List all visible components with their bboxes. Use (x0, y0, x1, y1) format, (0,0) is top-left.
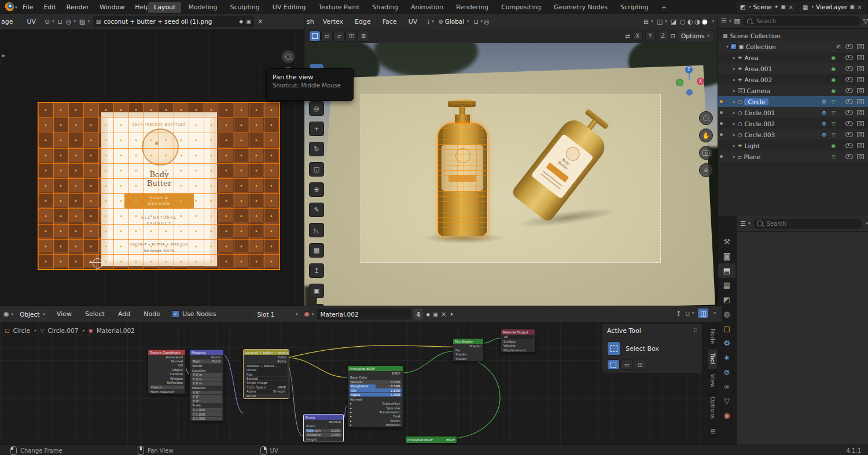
slot-dropdown[interactable]: Slot 1▾ (253, 309, 301, 320)
tool-add-cube[interactable]: ▩ (309, 243, 324, 258)
uv-mesh-overlay[interactable] (38, 102, 280, 270)
tool-cursor[interactable]: ◎ (309, 101, 324, 116)
tab-scene-properties[interactable]: ◩ (718, 292, 735, 307)
expand-icon[interactable]: ▸ (733, 67, 735, 71)
snap-toggle[interactable]: ⊔▾ (474, 19, 483, 25)
copy-material-icon[interactable]: ▣ (433, 311, 438, 317)
expand-icon[interactable]: ▸ (733, 144, 735, 148)
outliner-row-area-002[interactable]: ▸ ☀ Area.002 ◉ (718, 74, 868, 85)
expand-icon[interactable]: ▸ (733, 111, 735, 115)
workspace-tab-uv-editing[interactable]: UV Editing (267, 2, 311, 13)
select-mode-set-icon[interactable] (607, 359, 620, 370)
socket-displacement-in[interactable]: Displacement (501, 348, 535, 352)
expand-icon[interactable]: ▸ (733, 133, 735, 137)
mesh-menu-truncated[interactable]: sh (304, 18, 317, 25)
light-data-icon[interactable]: ◉ (831, 55, 836, 61)
breadcrumb-mesh[interactable]: Circle.007 (47, 327, 78, 334)
viewport-camera-view-icon[interactable] (699, 146, 713, 160)
node-title[interactable]: Bump (304, 414, 343, 420)
section-transmission[interactable]: ▸ Transmission (348, 410, 403, 414)
ior-slider[interactable]: IOR1.500 (350, 388, 402, 392)
shading-dropdown-icon[interactable]: ▾ (712, 19, 714, 24)
socket-height-in[interactable]: Height (304, 437, 343, 441)
copy-viewlayer-icon[interactable]: ▣ (849, 4, 855, 10)
outliner-row-plane[interactable]: ▸ ▱ Plane ▽ (718, 151, 868, 162)
select-mode-subtract-icon[interactable]: ◫ (634, 359, 646, 370)
editor-type-dropdown[interactable]: ◉▾ (3, 310, 13, 318)
socket-shader-out[interactable]: Shader (453, 344, 483, 348)
shading-solid-icon[interactable]: ◐ (687, 18, 693, 25)
node-overlay-dropdown-icon[interactable]: ▾ (713, 311, 716, 315)
tab-particles-properties[interactable]: ∗ (718, 350, 735, 365)
tool-scale[interactable]: ◱ (309, 162, 324, 177)
tab-viewlayer-properties[interactable]: ▦ (718, 278, 735, 292)
eye-icon[interactable] (845, 44, 853, 49)
workspace-tab-geometry-nodes[interactable]: Geometry Nodes (548, 2, 613, 13)
camera-render-icon[interactable] (857, 77, 864, 82)
mirror-x-button[interactable]: X (632, 31, 643, 41)
eye-icon[interactable] (845, 99, 853, 104)
tab-tool-properties[interactable]: ⚒ (718, 234, 735, 249)
material-name-field[interactable]: Material.002 (317, 309, 411, 320)
projection-dropdown[interactable]: Flat (245, 372, 288, 376)
viewport-lock-icon[interactable]: ⊙ (699, 163, 713, 177)
workspace-tab-layout[interactable]: Layout (148, 2, 181, 13)
socket-uv[interactable]: UV (148, 364, 185, 368)
eye-icon[interactable] (845, 143, 853, 148)
socket-bsdf-out[interactable]: BSDF (348, 371, 403, 375)
rotation-y[interactable]: Y 0° (192, 395, 222, 399)
camera-render-icon[interactable] (857, 110, 864, 115)
topbar-chevron-icon[interactable]: ▾ (15, 5, 17, 10)
tab-data-properties[interactable]: ▽ (718, 394, 735, 408)
blender-logo-icon[interactable] (5, 2, 14, 12)
close-viewlayer-icon[interactable]: × (857, 3, 862, 11)
node-overlay-toggle-icon[interactable]: ◫ (698, 309, 708, 318)
node-title[interactable]: Mix Shader (453, 339, 483, 344)
outliner-row-area-001[interactable]: ▸ ☀ Area.001 ◉ (718, 63, 868, 74)
socket-bsdf-out[interactable]: BSDF (446, 438, 455, 442)
location-z[interactable]: Z 0 m (192, 381, 222, 386)
output-target-dropdown[interactable]: All (503, 335, 534, 339)
tool-options-dropdown[interactable]: Options▾ (678, 31, 713, 41)
node-title[interactable]: Mapping (190, 350, 223, 355)
camera-render-icon[interactable] (857, 121, 864, 126)
shading-wireframe-icon[interactable]: ○ (680, 18, 686, 25)
proportional-editing-icon[interactable]: ◎ (484, 18, 490, 25)
menu-edit[interactable]: Edit (38, 3, 61, 11)
copy-scene-icon[interactable]: ▣ (781, 4, 786, 10)
gizmo-toggle-dropdown[interactable]: ⊞▾ (643, 18, 653, 25)
outliner-display-mode-dropdown[interactable]: ☰▾ (721, 17, 731, 25)
outliner-row-camera[interactable]: ▸ Camera ◉ (718, 85, 868, 96)
uv-snap-icon[interactable]: ⊔ (58, 19, 62, 25)
tab-physics-properties[interactable]: ⊚ (718, 365, 735, 379)
tool-transform[interactable]: ⊕ (309, 182, 324, 197)
scale-x[interactable]: X 1.000 (192, 408, 222, 412)
expand-icon[interactable]: ▸ (733, 100, 735, 104)
tool-inset-faces[interactable]: ▣ (309, 284, 324, 298)
alpha-slider[interactable]: Alpha1.000 (350, 393, 402, 397)
copy-image-icon[interactable]: ▣ (246, 19, 251, 24)
mesh-data-icon[interactable]: ▽ (832, 154, 836, 160)
sidebar-tab-truncated[interactable]: Bl (708, 424, 717, 438)
shader-node-menu[interactable]: Node (138, 310, 165, 318)
socket-normal-in[interactable]: Normal (348, 397, 403, 401)
node-principled-bsdf-collapsed[interactable]: Principled BSDF BSDF (405, 436, 457, 443)
shield-icon[interactable]: ◆ (239, 19, 243, 24)
breadcrumb-material[interactable]: Material.002 (97, 327, 135, 334)
metallic-slider[interactable]: Metallic0.000 (350, 380, 402, 384)
fake-user-shield-icon[interactable]: ◆ (426, 311, 430, 317)
uv-image-name-field[interactable]: ▨ coconut + butter + seed oil (1).png ◆ … (93, 16, 254, 27)
eye-icon[interactable] (845, 154, 853, 159)
viewport-zoom-icon[interactable] (699, 111, 713, 125)
node-title[interactable]: Principled BSDF (407, 438, 433, 442)
outliner-row-circle-002[interactable]: ▸ ○ Circle.002 ⚙ ▽ (718, 118, 868, 129)
eye-icon[interactable] (845, 66, 853, 71)
overlays-dropdown[interactable]: ◫▾ (657, 18, 667, 25)
gizmo-minus-z-ball[interactable] (686, 89, 693, 96)
viewlayer-selector[interactable]: ▦ ▾ ViewLayer ▣ × (799, 2, 866, 13)
select-mode-subtract-icon[interactable]: ▱ (333, 31, 345, 42)
workspace-tab-rendering[interactable]: Rendering (450, 2, 494, 13)
scene-selector[interactable]: ◩ ▾ Scene ✦ ▣ × (737, 2, 797, 13)
menu-render[interactable]: Render (61, 3, 94, 11)
unlink-material-icon[interactable]: × (441, 310, 447, 318)
